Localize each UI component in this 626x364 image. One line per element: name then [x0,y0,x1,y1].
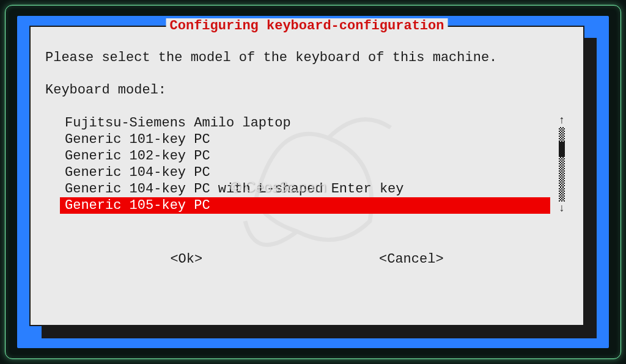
dialog-title: Configuring keyboard-configuration [166,18,448,34]
field-label: Keyboard model: [45,82,569,98]
scroll-down-icon[interactable]: ↓ [559,203,565,214]
button-row: <Ok> <Cancel> [45,252,569,267]
ok-button[interactable]: <Ok> [170,252,202,267]
instruction-text: Please select the model of the keyboard … [45,50,569,65]
cancel-button[interactable]: <Cancel> [379,252,444,267]
list-item[interactable]: Generic 105-key PC [60,197,550,214]
list-item[interactable]: Generic 102-key PC [60,148,550,164]
list-item[interactable]: Generic 104-key PC [60,164,550,181]
keyboard-model-list[interactable]: Fujitsu-Siemens Amilo laptop Generic 101… [60,115,550,214]
scroll-thumb[interactable] [559,142,565,156]
list-item[interactable]: Generic 101-key PC [60,131,550,148]
scroll-up-icon[interactable]: ↑ [559,115,565,126]
list-item[interactable]: Fujitsu-Siemens Amilo laptop [60,115,550,131]
list-scrollbar[interactable]: ↑ ↓ [558,115,566,214]
scroll-track[interactable] [559,127,565,202]
list-item[interactable]: Generic 104-key PC with L-shaped Enter k… [60,181,550,197]
config-dialog: Configuring keyboard-configuration Pleas… [29,26,584,326]
